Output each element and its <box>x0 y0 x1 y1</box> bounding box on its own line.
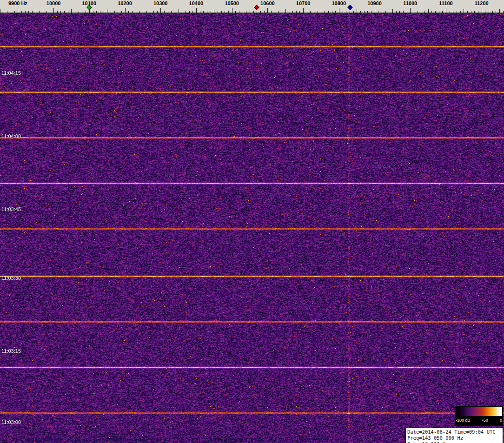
ruler-tick <box>192 11 193 13</box>
ruler-tick <box>246 11 246 13</box>
info-date-line: Date=2014-06-24 Time=09:04 UTC <box>407 429 501 435</box>
marker-blue-diamond-icon[interactable] <box>348 5 353 10</box>
ruler-tick <box>43 11 43 13</box>
ruler-tick <box>260 11 261 13</box>
ruler-tick <box>150 11 150 13</box>
freq-tick-label: 10200 <box>118 0 132 6</box>
ruler-tick <box>485 11 485 13</box>
ruler-tick <box>310 11 311 13</box>
ruler-tick <box>346 11 346 13</box>
ruler-tick <box>296 11 297 13</box>
ruler-tick <box>175 11 175 13</box>
frequency-ruler[interactable]: 9900 Hz100001010010200103001040010500106… <box>0 0 504 13</box>
ruler-tick <box>250 9 250 13</box>
ruler-tick <box>57 11 58 13</box>
ruler-tick <box>100 11 100 13</box>
ruler-tick <box>318 11 318 13</box>
color-scale-labels: -100 dB -50 0 <box>456 416 502 423</box>
ruler-tick <box>60 11 61 13</box>
ruler-tick <box>0 9 0 13</box>
legend-min-label: -100 dB <box>456 418 471 423</box>
ruler-tick <box>18 8 18 13</box>
ruler-tick <box>403 11 404 13</box>
ruler-tick <box>392 9 393 13</box>
ruler-tick <box>96 11 97 13</box>
ruler-tick <box>303 8 304 13</box>
ruler-tick <box>414 11 414 13</box>
ruler-tick <box>335 11 336 13</box>
ruler-tick <box>424 11 425 13</box>
ruler-tick <box>25 11 26 13</box>
time-label: 11:03:15 <box>1 348 21 354</box>
ruler-tick <box>453 11 453 13</box>
ruler-tick <box>64 11 65 13</box>
time-label: 11:03:00 <box>1 419 21 425</box>
ruler-tick <box>153 11 154 13</box>
marker-red-diamond-icon[interactable] <box>254 5 259 10</box>
ruler-tick <box>232 8 232 13</box>
ruler-tick <box>171 11 172 13</box>
ruler-tick <box>196 8 197 13</box>
ruler-tick <box>278 11 279 13</box>
ruler-tick <box>343 11 343 13</box>
color-gradient-bar <box>456 407 502 416</box>
freq-tick-label: 11200 <box>475 0 489 6</box>
ruler-tick <box>179 9 179 13</box>
ruler-tick <box>50 11 50 13</box>
observation-info-box: Date=2014-06-24 Time=09:04 UTC Freq=143 … <box>405 428 503 443</box>
ruler-tick <box>36 9 36 13</box>
time-label: 11:04:15 <box>1 70 21 76</box>
freq-tick-label: 10800 <box>332 0 346 6</box>
ruler-tick <box>71 9 72 13</box>
ruler-tick <box>407 11 407 13</box>
ruler-tick <box>482 8 482 13</box>
ruler-tick <box>285 9 286 13</box>
ruler-tick <box>221 11 222 13</box>
ruler-tick <box>200 11 200 13</box>
ruler-tick <box>446 8 446 13</box>
ruler-tick <box>203 11 204 13</box>
ruler-tick <box>325 11 325 13</box>
ruler-tick <box>371 11 371 13</box>
ruler-tick <box>32 11 33 13</box>
ruler-tick <box>93 11 93 13</box>
ruler-tick <box>168 11 168 13</box>
ruler-tick <box>143 9 143 13</box>
ruler-tick <box>350 11 350 13</box>
ruler-tick <box>460 11 461 13</box>
ruler-tick <box>125 8 126 13</box>
ruler-tick <box>11 11 11 13</box>
ruler-tick <box>275 11 275 13</box>
ruler-tick <box>267 8 268 13</box>
ruler-tick <box>104 11 104 13</box>
ruler-tick <box>489 11 489 13</box>
ruler-tick <box>471 11 471 13</box>
ruler-tick <box>139 11 139 13</box>
freq-tick-label: 11000 <box>403 0 417 6</box>
ruler-tick <box>225 11 225 13</box>
ruler-tick <box>292 11 293 13</box>
ruler-tick <box>410 8 411 13</box>
ruler-tick <box>360 11 361 13</box>
color-scale-legend: -100 dB -50 0 <box>455 406 503 426</box>
ruler-tick <box>68 11 68 13</box>
ruler-tick <box>467 11 468 13</box>
time-label: 11:03:30 <box>1 275 21 281</box>
ruler-tick <box>21 11 22 13</box>
ruler-tick <box>457 11 457 13</box>
time-label: 11:04:00 <box>1 133 21 139</box>
ruler-tick <box>14 11 15 13</box>
ruler-tick <box>353 11 354 13</box>
ruler-tick <box>478 11 478 13</box>
spectrogram-canvas[interactable] <box>0 13 504 443</box>
ruler-tick <box>339 8 339 13</box>
ruler-tick <box>264 11 265 13</box>
ruler-tick <box>257 11 257 13</box>
ruler-tick <box>435 11 436 13</box>
ruler-tick <box>118 11 118 13</box>
freq-tick-label: 10900 <box>367 0 382 6</box>
ruler-tick <box>321 9 321 13</box>
ruler-tick <box>299 11 300 13</box>
ruler-tick <box>132 11 133 13</box>
ruler-tick <box>218 11 218 13</box>
